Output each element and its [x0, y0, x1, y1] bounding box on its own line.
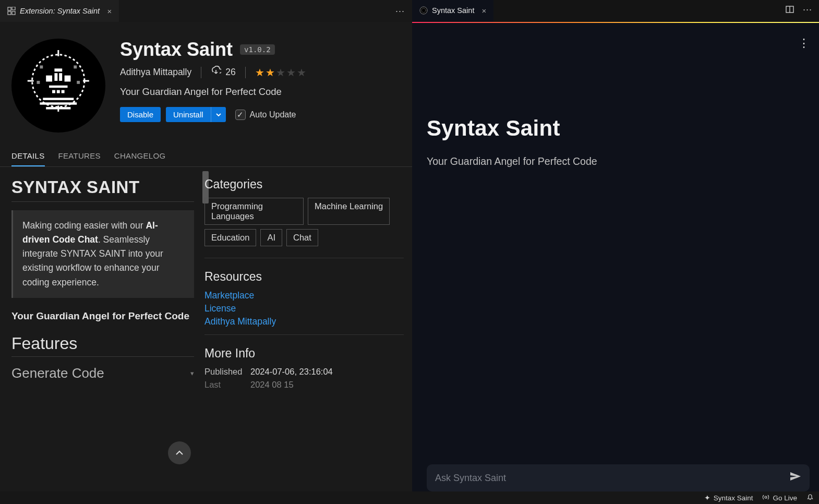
tab-extension[interactable]: Extension: Syntax Saint × — [0, 0, 119, 22]
install-number: 26 — [225, 67, 235, 78]
link-publisher[interactable]: Adithya Mittapally — [204, 316, 404, 327]
tab-syntax-saint[interactable]: Syntax Saint × — [412, 0, 493, 22]
readme-quote: Making coding easier with our AI-driven … — [11, 210, 194, 298]
svg-rect-8 — [55, 69, 63, 72]
svg-rect-14 — [62, 90, 65, 93]
status-notifications[interactable] — [806, 494, 814, 502]
disable-button[interactable]: Disable — [120, 107, 161, 122]
category-programming-languages[interactable]: Programming Languages — [204, 198, 304, 225]
auto-update-checkbox[interactable]: ✓ — [235, 110, 246, 120]
extension-tagline: Your Guardian Angel for Perfect Code — [120, 86, 403, 98]
kebab-menu-icon[interactable]: ⋮ — [798, 37, 810, 50]
tab-title-left: Extension: Syntax Saint — [20, 7, 100, 15]
rating-stars[interactable]: ★★★★★ — [255, 66, 307, 79]
divider — [11, 201, 194, 202]
generate-code-heading: Generate Code ▾ — [11, 365, 194, 381]
close-icon[interactable]: × — [481, 6, 486, 15]
download-icon — [211, 66, 221, 79]
svg-rect-18 — [40, 66, 43, 69]
info-value: 2024 08 15 — [250, 380, 404, 390]
auto-update-label: Auto Update — [250, 110, 296, 119]
divider — [11, 356, 194, 357]
generate-code-label: Generate Code — [11, 365, 104, 381]
install-count: 26 — [211, 66, 235, 79]
chat-subtitle: Your Guardian Angel for Perfect Code — [427, 155, 804, 167]
tab-details[interactable]: DETAILS — [11, 147, 45, 166]
tab-title-right: Syntax Saint — [432, 6, 474, 15]
info-key: Last — [204, 380, 245, 390]
divider — [204, 258, 404, 258]
broadcast-icon — [762, 494, 769, 502]
readme-sub-tagline: Your Guardian Angel for Perfect Code — [11, 309, 194, 323]
quote-text: Making coding easier with our — [22, 220, 146, 231]
info-row-last: Last 2024 08 15 — [204, 380, 404, 390]
svg-rect-10 — [59, 73, 62, 81]
link-license[interactable]: License — [204, 303, 404, 314]
app-logo-icon — [419, 6, 428, 15]
divider — [245, 67, 246, 78]
svg-rect-20 — [37, 81, 40, 84]
ask-input[interactable] — [435, 473, 789, 484]
svg-rect-0 — [8, 7, 11, 10]
svg-rect-15 — [43, 98, 74, 100]
bell-icon — [806, 494, 814, 502]
svg-rect-16 — [40, 102, 77, 104]
info-key: Published — [204, 367, 245, 377]
readme-title: SYNTAX SAINT — [11, 177, 194, 197]
svg-rect-21 — [77, 81, 80, 84]
svg-rect-3 — [12, 7, 15, 10]
svg-rect-7 — [65, 76, 71, 82]
svg-rect-12 — [52, 90, 55, 93]
tab-changelog[interactable]: CHANGELOG — [114, 147, 166, 166]
statusbar: ✦ Syntax Saint Go Live — [0, 491, 819, 504]
publisher-name[interactable]: Adithya Mittapally — [120, 67, 191, 78]
subtabs: DETAILS FEATURES CHANGELOG — [0, 138, 412, 167]
uninstall-button[interactable]: Uninstall — [166, 107, 211, 122]
status-go-live[interactable]: Go Live — [762, 494, 797, 502]
svg-rect-6 — [46, 76, 52, 82]
send-icon[interactable] — [789, 470, 801, 486]
left-tabbar: Extension: Syntax Saint × ··· — [0, 0, 412, 22]
link-marketplace[interactable]: Marketplace — [204, 290, 404, 301]
svg-point-26 — [420, 7, 427, 14]
uninstall-caret[interactable] — [211, 107, 226, 122]
info-value: 2024-07-06, 23:16:04 — [250, 367, 404, 377]
status-label: Go Live — [773, 494, 797, 502]
chevron-down-icon[interactable]: ▾ — [190, 369, 194, 377]
svg-rect-13 — [57, 90, 60, 93]
version-badge: v1.0.2 — [240, 44, 275, 55]
features-heading: Features — [11, 334, 194, 353]
svg-rect-2 — [12, 11, 15, 15]
chat-title: Syntax Saint — [427, 116, 804, 141]
sparkle-icon: ✦ — [704, 494, 710, 502]
scroll-to-top-button[interactable] — [168, 441, 191, 464]
right-tabbar: Syntax Saint × ··· — [412, 0, 819, 22]
split-editor-icon[interactable] — [785, 4, 795, 15]
svg-point-30 — [765, 496, 767, 498]
category-machine-learning[interactable]: Machine Learning — [308, 198, 390, 225]
moreinfo-heading: More Info — [204, 346, 404, 361]
category-education[interactable]: Education — [204, 229, 256, 246]
categories-heading: Categories — [204, 177, 404, 191]
close-icon[interactable]: × — [107, 7, 112, 16]
resources-heading: Resources — [204, 270, 404, 284]
extensions-icon — [7, 7, 16, 15]
ask-bar — [427, 464, 810, 491]
extension-name: Syntax Saint — [120, 39, 233, 61]
status-syntax-saint[interactable]: ✦ Syntax Saint — [704, 494, 753, 502]
extension-header: Syntax Saint v1.0.2 Adithya Mittapally — [0, 22, 412, 138]
divider — [204, 334, 404, 335]
info-row-published: Published 2024-07-06, 23:16:04 — [204, 367, 404, 377]
svg-rect-9 — [55, 73, 58, 81]
more-icon[interactable]: ··· — [395, 6, 405, 17]
more-icon[interactable]: ··· — [802, 4, 813, 15]
svg-rect-1 — [8, 11, 11, 15]
tab-features[interactable]: FEATURES — [58, 147, 101, 166]
status-label: Syntax Saint — [714, 494, 753, 502]
divider — [201, 67, 201, 78]
svg-rect-19 — [74, 66, 77, 69]
category-chat[interactable]: Chat — [286, 229, 318, 246]
svg-rect-11 — [49, 86, 67, 88]
category-ai[interactable]: AI — [260, 229, 282, 246]
extension-logo — [11, 39, 105, 133]
